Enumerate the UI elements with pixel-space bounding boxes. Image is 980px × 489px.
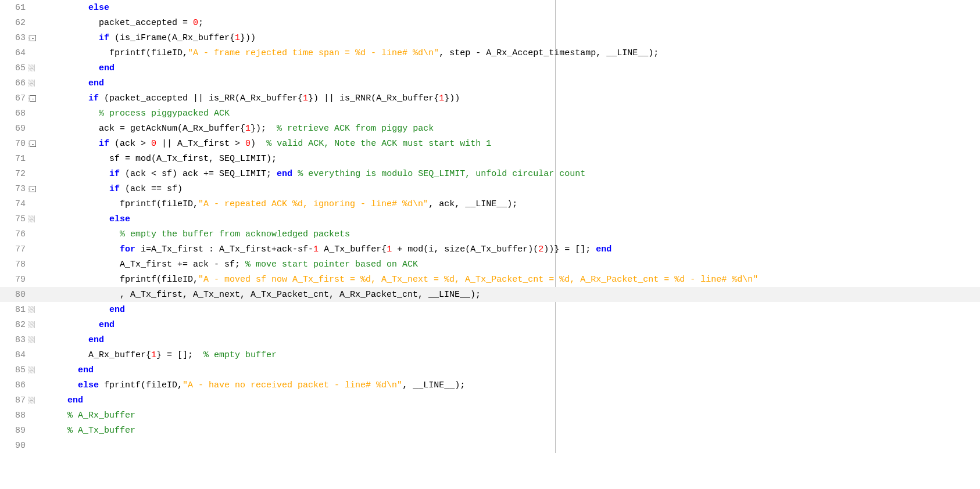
code-line[interactable]: 89 % A_Tx_buffer bbox=[0, 423, 980, 438]
line-number: 76 bbox=[0, 229, 28, 239]
code-line[interactable]: 74 fprintf(fileID,"A - repeated ACK %d, … bbox=[0, 196, 980, 211]
code-content[interactable]: end bbox=[44, 335, 104, 345]
token-id: (is_iFrame(A_Rx_buffer{ bbox=[109, 33, 235, 43]
code-content[interactable]: end bbox=[44, 365, 94, 375]
code-content[interactable]: else fprintf(fileID,"A - have no receive… bbox=[44, 380, 465, 390]
token-id: , A_Tx_first, A_Tx_next, A_Tx_Packet_cnt… bbox=[47, 290, 481, 300]
code-line[interactable]: 79 fprintf(fileID,"A - moved sf now A_Tx… bbox=[0, 272, 980, 287]
token-id: })) bbox=[240, 33, 256, 43]
code-content[interactable]: if (is_iFrame(A_Rx_buffer{1})) bbox=[44, 33, 256, 43]
code-content[interactable]: end bbox=[44, 63, 115, 73]
code-content[interactable]: if (ack == sf) bbox=[44, 184, 183, 194]
code-line[interactable]: 71 sf = mod(A_Tx_first, SEQ_LIMIT); bbox=[0, 151, 980, 166]
code-content[interactable]: if (packet_accepted || is_RR(A_Rx_buffer… bbox=[44, 94, 460, 103]
code-line[interactable]: 87– end bbox=[0, 393, 980, 408]
code-editor[interactable]: 61 else62 packet_accepted = 0;63- if (is… bbox=[0, 0, 980, 453]
code-line[interactable]: 66– end bbox=[0, 75, 980, 91]
code-content[interactable]: if (ack < sf) ack += SEQ_LIMIT; end % ev… bbox=[44, 169, 585, 179]
code-line[interactable]: 80 , A_Tx_first, A_Tx_next, A_Tx_Packet_… bbox=[0, 287, 980, 302]
code-line[interactable]: 86 else fprintf(fileID,"A - have no rece… bbox=[0, 377, 980, 393]
fold-toggle-icon[interactable]: - bbox=[30, 186, 36, 192]
token-cmt: % empty buffer bbox=[203, 350, 277, 360]
token-kw: end bbox=[67, 395, 83, 405]
code-line[interactable]: 77 for i=A_Tx_first : A_Tx_first+ack-sf-… bbox=[0, 242, 980, 257]
code-content[interactable]: sf = mod(A_Tx_first, SEQ_LIMIT); bbox=[44, 154, 277, 164]
token-id: }); bbox=[251, 124, 277, 134]
code-content[interactable]: else bbox=[44, 214, 130, 224]
token-id bbox=[47, 380, 78, 390]
token-id: } = []; bbox=[156, 350, 203, 360]
code-line[interactable]: 61 else bbox=[0, 0, 980, 15]
token-num: 2 bbox=[538, 245, 543, 254]
line-number: 73 bbox=[0, 184, 28, 194]
line-number: 65 bbox=[0, 63, 28, 73]
code-line[interactable]: 82– end bbox=[0, 317, 980, 332]
token-id bbox=[47, 426, 67, 436]
fold-toggle-icon[interactable]: - bbox=[30, 35, 36, 41]
token-kw: end bbox=[99, 63, 115, 73]
code-line[interactable]: 62 packet_accepted = 0; bbox=[0, 15, 980, 30]
code-line[interactable]: 81– end bbox=[0, 302, 980, 317]
token-kw: end bbox=[277, 169, 292, 179]
code-content[interactable]: fprintf(fileID,"A - repeated ACK %d, ign… bbox=[44, 199, 517, 209]
code-line[interactable]: 78 A_Tx_first += ack - sf; % move start … bbox=[0, 257, 980, 272]
fold-tick-icon: – bbox=[30, 215, 34, 222]
token-kw: end bbox=[596, 245, 611, 254]
code-content[interactable]: end bbox=[44, 305, 125, 315]
code-content[interactable]: % empty the buffer from acknowledged pac… bbox=[44, 229, 350, 239]
code-line[interactable]: 72 if (ack < sf) ack += SEQ_LIMIT; end %… bbox=[0, 166, 980, 181]
token-id: sf = mod(A_Tx_first, SEQ_LIMIT); bbox=[47, 154, 277, 164]
token-num: 1 bbox=[313, 245, 319, 254]
token-id bbox=[47, 229, 120, 239]
token-num: 0 bbox=[245, 139, 251, 149]
fold-gutter: - bbox=[28, 141, 44, 147]
code-line[interactable]: 88 % A_Rx_buffer bbox=[0, 408, 980, 423]
code-line[interactable]: 75– else bbox=[0, 211, 980, 226]
fold-toggle-icon[interactable]: - bbox=[30, 141, 36, 147]
fold-tick-icon: – bbox=[30, 336, 34, 343]
token-id bbox=[292, 169, 298, 179]
fold-gutter: - bbox=[28, 95, 44, 102]
code-content[interactable]: ack = getAckNum(A_Rx_buffer{1}); % retri… bbox=[44, 124, 434, 134]
fold-toggle-icon[interactable]: - bbox=[30, 95, 36, 102]
token-id bbox=[47, 139, 99, 149]
code-content[interactable]: end bbox=[44, 320, 115, 330]
code-line[interactable]: 65– end bbox=[0, 60, 980, 75]
code-content[interactable]: % A_Rx_buffer bbox=[44, 411, 135, 420]
code-content[interactable]: end bbox=[44, 78, 104, 88]
code-line[interactable]: 90 bbox=[0, 438, 980, 453]
line-number: 68 bbox=[0, 109, 28, 118]
code-content[interactable]: if (ack > 0 || A_Tx_first > 0) % valid A… bbox=[44, 139, 491, 149]
code-line[interactable]: 69 ack = getAckNum(A_Rx_buffer{1}); % re… bbox=[0, 121, 980, 136]
token-id bbox=[47, 33, 99, 43]
code-line[interactable]: 63- if (is_iFrame(A_Rx_buffer{1})) bbox=[0, 30, 980, 45]
code-content[interactable]: , A_Tx_first, A_Tx_next, A_Tx_Packet_cnt… bbox=[44, 290, 481, 300]
code-line[interactable]: 83– end bbox=[0, 332, 980, 347]
code-content[interactable]: % process piggypacked ACK bbox=[44, 109, 230, 118]
code-content[interactable]: for i=A_Tx_first : A_Tx_first+ack-sf-1 A… bbox=[44, 245, 611, 254]
line-number: 64 bbox=[0, 48, 28, 58]
line-number: 67 bbox=[0, 94, 28, 103]
code-content[interactable]: A_Rx_buffer{1} = []; % empty buffer bbox=[44, 350, 277, 360]
code-content[interactable]: fprintf(fileID,"A - frame rejected time … bbox=[44, 48, 659, 58]
fold-tick-icon: – bbox=[30, 64, 34, 71]
code-line[interactable]: 84 A_Rx_buffer{1} = []; % empty buffer bbox=[0, 347, 980, 362]
token-kw: end bbox=[88, 78, 104, 88]
code-line[interactable]: 73- if (ack == sf) bbox=[0, 181, 980, 196]
code-content[interactable]: % A_Tx_buffer bbox=[44, 426, 135, 436]
code-line[interactable]: 64 fprintf(fileID,"A - frame rejected ti… bbox=[0, 45, 980, 60]
token-kw: else bbox=[109, 214, 130, 224]
code-content[interactable]: packet_accepted = 0; bbox=[44, 18, 203, 28]
code-content[interactable]: else bbox=[44, 3, 109, 13]
code-line[interactable]: 67- if (packet_accepted || is_RR(A_Rx_bu… bbox=[0, 91, 980, 106]
line-number: 77 bbox=[0, 245, 28, 254]
code-content[interactable]: end bbox=[44, 395, 83, 405]
code-line[interactable]: 76 % empty the buffer from acknowledged … bbox=[0, 226, 980, 242]
code-line[interactable]: 68 % process piggypacked ACK bbox=[0, 106, 980, 121]
code-line[interactable]: 85– end bbox=[0, 362, 980, 377]
code-content[interactable]: A_Tx_first += ack - sf; % move start poi… bbox=[44, 260, 418, 269]
token-cmt: % process piggypacked ACK bbox=[99, 109, 230, 118]
code-content[interactable]: fprintf(fileID,"A - moved sf now A_Tx_fi… bbox=[44, 275, 758, 285]
code-line[interactable]: 70- if (ack > 0 || A_Tx_first > 0) % val… bbox=[0, 136, 980, 151]
token-kw: if bbox=[99, 33, 109, 43]
